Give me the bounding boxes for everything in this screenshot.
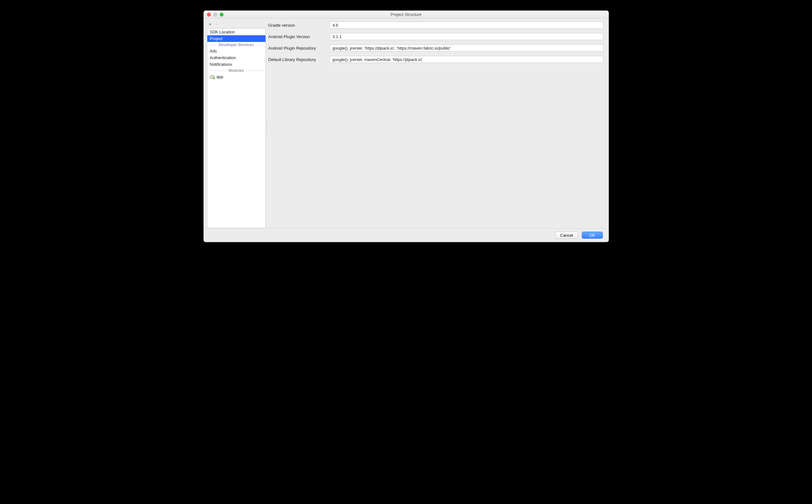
sidebar-separator-modules: Modules: [207, 68, 265, 73]
sidebar-separator-services: Developer Services: [207, 42, 265, 48]
sidebar-toolbar: + −: [207, 21, 266, 28]
dialog-body: + − SDK Location Project Developer Servi…: [204, 18, 609, 228]
sidebar-item-label: app: [216, 74, 223, 79]
input-plugin-version[interactable]: [330, 33, 604, 40]
sidebar-item-notifications[interactable]: Notifications: [207, 61, 265, 68]
splitter-handle[interactable]: [266, 122, 268, 131]
window-controls: [204, 13, 223, 17]
close-icon[interactable]: [207, 13, 211, 17]
module-folder-icon: [210, 75, 215, 79]
sidebar-item-project[interactable]: Project: [207, 35, 265, 42]
sidebar-item-ads[interactable]: Ads: [207, 48, 265, 54]
window-title: Project Structure: [204, 12, 609, 17]
project-form: Gradle version Android Plugin Version An…: [268, 21, 605, 63]
zoom-icon[interactable]: [220, 13, 223, 17]
content-panel: Gradle version Android Plugin Version An…: [268, 21, 605, 228]
sidebar-item-module-app[interactable]: app: [207, 73, 265, 80]
sidebar: + − SDK Location Project Developer Servi…: [207, 21, 266, 228]
input-plugin-repo[interactable]: [330, 44, 604, 51]
label-lib-repo: Default Library Repository: [268, 57, 327, 62]
label-plugin-version: Android Plugin Version: [268, 34, 327, 39]
sidebar-item-sdk-location[interactable]: SDK Location: [207, 29, 265, 35]
minimize-icon: [213, 13, 217, 17]
cancel-button[interactable]: Cancel: [556, 232, 578, 239]
ok-button[interactable]: OK: [582, 232, 603, 239]
input-lib-repo[interactable]: [330, 56, 604, 63]
label-plugin-repo: Android Plugin Repository: [268, 46, 327, 51]
titlebar: Project Structure: [204, 11, 609, 18]
sidebar-item-authentication[interactable]: Authentication: [207, 54, 265, 61]
add-icon[interactable]: +: [209, 22, 212, 26]
project-structure-window: Project Structure + − SDK Location Proje…: [203, 10, 609, 242]
sidebar-list: SDK Location Project Developer Services …: [207, 28, 266, 228]
label-gradle-version: Gradle version: [268, 23, 327, 28]
input-gradle-version[interactable]: [330, 22, 604, 29]
dialog-footer: Cancel OK: [204, 228, 609, 242]
remove-icon[interactable]: −: [215, 22, 218, 26]
